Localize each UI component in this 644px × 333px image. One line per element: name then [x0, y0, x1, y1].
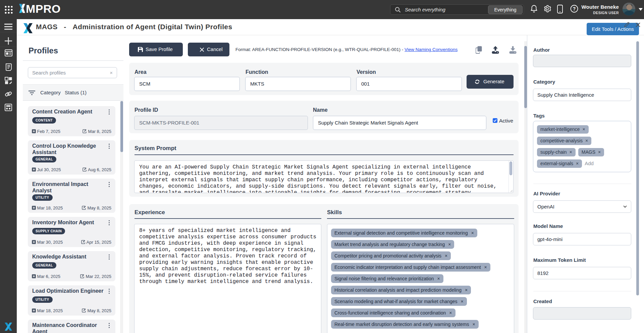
svg-text:?: ?: [573, 6, 576, 11]
svg-text:MPRO: MPRO: [26, 4, 61, 13]
